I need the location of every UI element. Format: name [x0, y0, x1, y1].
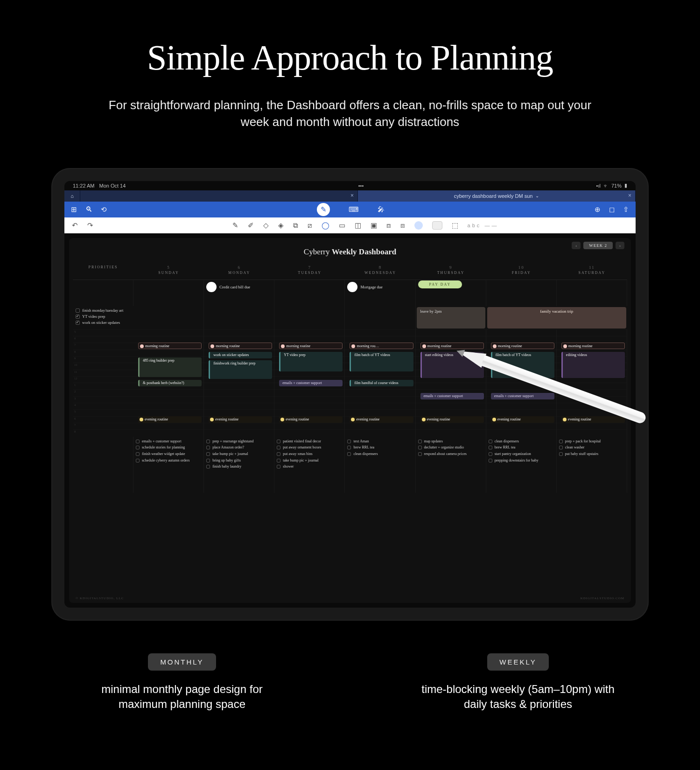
status-dots[interactable]: •••	[358, 183, 364, 189]
work-block[interactable]: film handful of course videos	[350, 380, 413, 386]
work-block[interactable]: YT video prep	[279, 352, 343, 371]
evening-block[interactable]: evening routine	[561, 416, 625, 423]
top-event-mon[interactable]: Credit card bill due	[204, 280, 274, 306]
bookmark-icon[interactable]: ◻	[609, 205, 615, 214]
close-icon[interactable]: ×	[628, 192, 631, 199]
home-icon[interactable]: ⌂	[64, 190, 80, 202]
evening-block[interactable]: evening routine	[350, 416, 413, 423]
share-icon[interactable]: ⇧	[623, 205, 629, 214]
day-header-tue[interactable]: 7TUESDAY	[274, 263, 345, 280]
day-header-fri[interactable]: 10FRIDAY	[486, 263, 557, 280]
day-header-thu[interactable]: 9THURSDAY	[416, 263, 486, 280]
day-body-thu[interactable]: morning routine start editing videos ema…	[416, 329, 486, 437]
lasso-nav-icon[interactable]: ⟲	[101, 205, 107, 214]
strip-tue[interactable]	[274, 306, 345, 329]
top-event-sun[interactable]	[133, 280, 204, 306]
lasso-icon[interactable]: ◯	[322, 221, 329, 230]
tasks-tue[interactable]: patient visited final decor put away orn…	[274, 437, 345, 493]
link-icon[interactable]: ⧈	[386, 221, 391, 230]
top-event-sat[interactable]	[557, 280, 627, 306]
undo-icon[interactable]: ↶	[72, 221, 78, 230]
sticky-icon[interactable]: ◫	[355, 221, 361, 230]
eraser-icon[interactable]: ◇	[263, 221, 269, 230]
color-dot[interactable]	[414, 221, 423, 230]
evening-block[interactable]: evening routine	[138, 416, 202, 423]
evening-block[interactable]: evening routine	[209, 416, 272, 423]
morning-block[interactable]: morning routine	[491, 343, 554, 349]
top-event-fri[interactable]	[486, 280, 557, 306]
keyboard-icon[interactable]: ⌨	[349, 205, 359, 214]
tasks-sat[interactable]: prep + pack for hospital clean washer pu…	[557, 437, 627, 493]
work-block[interactable]: editing videos	[561, 352, 625, 378]
top-event-tue[interactable]	[274, 280, 345, 306]
week-label[interactable]: WEEK 2	[583, 242, 613, 249]
morning-block[interactable]: morning routine	[561, 343, 625, 349]
pen-icon[interactable]: ✎	[232, 221, 238, 230]
morning-block[interactable]: morning rou…	[350, 343, 413, 349]
work-block[interactable]: finishwork ring builder prep	[209, 360, 272, 379]
evening-block[interactable]: evening routine	[420, 416, 484, 423]
work-block[interactable]: film batch of YT videos	[491, 352, 554, 378]
tasks-fri[interactable]: clean dispensers brew RRL tea start pant…	[486, 437, 557, 493]
evening-block[interactable]: evening routine	[279, 416, 343, 423]
morning-block[interactable]: morning routine	[138, 343, 202, 349]
day-body-sun[interactable]: morning routine 485 ring builder prep & …	[133, 329, 204, 437]
emails-block[interactable]: emails + customer support	[279, 380, 343, 386]
day-body-mon[interactable]: morning routine work on sticker updates …	[204, 329, 274, 437]
close-icon[interactable]: ×	[350, 192, 354, 199]
work-block[interactable]: 485 ring builder prep	[138, 357, 202, 377]
chevron-down-icon[interactable]: ⌄	[535, 193, 539, 198]
textbox-icon[interactable]: ▭	[339, 221, 345, 230]
add-page-icon[interactable]: ⊕	[595, 205, 601, 214]
morning-block[interactable]: morning routine	[209, 343, 272, 349]
strip-wed[interactable]	[345, 306, 415, 329]
day-body-sat[interactable]: morning routine editing videos evening r…	[557, 329, 627, 437]
search-icon[interactable]: 🔍︎	[85, 205, 92, 213]
work-block[interactable]: & postbank herb (website?)	[138, 380, 202, 386]
shape-link-icon[interactable]: ⧉	[293, 221, 298, 230]
tab-right[interactable]: cyberry dashboard weekly DM sun ⌄ ×	[358, 190, 636, 202]
select-rect-icon[interactable]: ⬚	[452, 221, 458, 230]
ruler-icon[interactable]: ⧄	[308, 221, 312, 230]
morning-block[interactable]: morning routine	[279, 343, 343, 349]
tasks-sun[interactable]: emails + customer support schedule stori…	[133, 437, 204, 493]
tasks-mon[interactable]: prep + rearrange nightstand place Amazon…	[204, 437, 274, 493]
pen-mode-icon[interactable]: ✎	[317, 203, 330, 216]
vacation-strip[interactable]: family vacation trip	[487, 307, 626, 329]
elements-icon[interactable]: ⧇	[400, 221, 405, 230]
day-header-sat[interactable]: 11SATURDAY	[557, 263, 627, 280]
tasks-thu[interactable]: map updates declutter + organize studio …	[416, 437, 486, 493]
top-event-wed[interactable]: Mortgage due	[345, 280, 415, 306]
image-icon[interactable]: ▣	[371, 221, 377, 230]
emails-block[interactable]: emails + customer support	[491, 393, 554, 399]
tab-left[interactable]: ×	[80, 190, 358, 202]
day-body-tue[interactable]: morning routine YT video prep emails + c…	[274, 329, 345, 437]
work-block[interactable]: work on sticker updates	[209, 352, 272, 358]
monthly-chip: MONTHLY	[148, 653, 216, 671]
prev-week-button[interactable]: ‹	[572, 242, 581, 249]
redo-icon[interactable]: ↷	[87, 221, 93, 230]
strip-sun[interactable]	[133, 306, 204, 329]
work-block[interactable]: start editing videos	[420, 352, 484, 378]
grid-icon[interactable]: ⊞	[71, 205, 77, 214]
top-event-thu[interactable]: PAY DAY	[416, 280, 486, 306]
day-header-mon[interactable]: 6MONDAY	[204, 263, 274, 280]
view-icon[interactable]	[432, 221, 442, 230]
priorities-list[interactable]: finish monday/tuesday art YT video prep …	[73, 306, 133, 329]
day-header-sun[interactable]: 5SUNDAY	[133, 263, 204, 280]
highlighter-icon[interactable]: ◈	[278, 221, 284, 230]
next-week-button[interactable]: ›	[616, 242, 624, 249]
pencil-tool-icon[interactable]: ✐	[248, 221, 254, 230]
strip-mon[interactable]	[204, 306, 274, 329]
morning-block[interactable]: morning routine	[420, 343, 484, 349]
day-body-fri[interactable]: morning routine film batch of YT videos …	[486, 329, 557, 437]
day-body-wed[interactable]: morning rou… film batch of YT videos fil…	[345, 329, 415, 437]
tasks-wed[interactable]: text Aman brew RRL tea clean dispensers	[345, 437, 415, 493]
mic-icon[interactable]: 🎤︎	[378, 205, 385, 213]
day-header-wed[interactable]: 8WEDNESDAY	[345, 263, 415, 280]
emails-block[interactable]: emails + customer support	[420, 393, 484, 399]
evening-block[interactable]: evening routine	[491, 416, 554, 423]
leave-strip[interactable]: leave by 2pm	[417, 307, 485, 329]
work-block[interactable]: film batch of YT videos	[350, 352, 413, 371]
planner-canvas[interactable]: ‹ WEEK 2 › Cyberry Weekly Dashboard PRIO…	[69, 238, 631, 603]
